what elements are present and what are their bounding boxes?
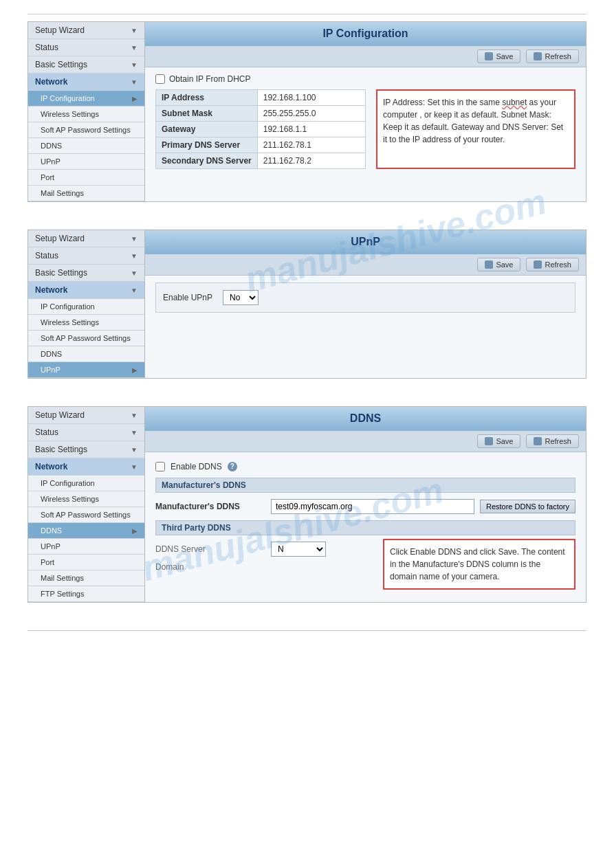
field-label: Gateway bbox=[156, 122, 258, 137]
sidebar-item-ip-configuration[interactable]: IP Configuration bbox=[28, 299, 144, 315]
arrow-icon: ▼ bbox=[131, 27, 138, 34]
arrow-icon: ▼ bbox=[131, 61, 138, 69]
sidebar-item-soft-ap[interactable]: Soft AP Password Settings bbox=[28, 331, 144, 346]
table-row: Secondary DNS Server 211.162.78.2 bbox=[156, 153, 366, 169]
arrow-icon: ▼ bbox=[131, 78, 138, 86]
sidebar-item-status[interactable]: Status ▼ bbox=[28, 39, 144, 56]
refresh-button[interactable]: Refresh bbox=[526, 258, 579, 271]
ip-config-panel: Setup Wizard ▼ Status ▼ Basic Settings ▼… bbox=[28, 21, 586, 202]
dhcp-checkbox[interactable] bbox=[155, 74, 165, 84]
sidebar-item-port[interactable]: Port bbox=[28, 555, 144, 570]
sidebar-item-setup-wizard[interactable]: Setup Wizard ▼ bbox=[28, 22, 144, 39]
save-button[interactable]: Save bbox=[477, 258, 520, 271]
sidebar-item-ip-configuration[interactable]: IP Configuration ▶ bbox=[28, 91, 144, 107]
refresh-icon bbox=[534, 52, 542, 60]
table-row: Primary DNS Server 211.162.78.1 bbox=[156, 137, 366, 153]
upnp-content: Enable UPnP No Yes bbox=[145, 276, 586, 320]
arrow-icon: ▼ bbox=[131, 446, 138, 454]
field-label: Primary DNS Server bbox=[156, 137, 258, 153]
active-arrow-icon: ▶ bbox=[132, 366, 138, 374]
upnp-toolbar: Save Refresh bbox=[145, 254, 586, 276]
sidebar-item-wireless-settings[interactable]: Wireless Settings bbox=[28, 107, 144, 122]
sidebar-item-upnp-active[interactable]: UPnP ▶ bbox=[28, 362, 144, 378]
enable-ddns-row: Enable DDNS ? bbox=[155, 459, 575, 474]
ddns-third-party-area: DDNS Server N Domain Click Enable DDNS a… bbox=[155, 539, 575, 590]
sidebar-item-network[interactable]: Network ▼ bbox=[28, 282, 144, 299]
save-button[interactable]: Save bbox=[477, 49, 520, 63]
sidebar-item-status[interactable]: Status ▼ bbox=[28, 247, 144, 265]
ddns-server-select[interactable]: N bbox=[271, 542, 326, 557]
ddns-title: DDNS bbox=[145, 407, 586, 431]
enable-upnp-select[interactable]: No Yes bbox=[223, 290, 259, 305]
info-icon: ? bbox=[228, 462, 237, 471]
sidebar-item-wireless-settings[interactable]: Wireless Settings bbox=[28, 315, 144, 331]
ddns-sidebar: Setup Wizard ▼ Status ▼ Basic Settings ▼… bbox=[28, 407, 145, 602]
manufacturers-ddns-input[interactable] bbox=[271, 499, 474, 514]
sidebar-item-setup-wizard[interactable]: Setup Wizard ▼ bbox=[28, 230, 144, 247]
sidebar-item-status[interactable]: Status ▼ bbox=[28, 424, 144, 441]
sidebar-item-basic-settings[interactable]: Basic Settings ▼ bbox=[28, 56, 144, 74]
sidebar-item-ip-configuration[interactable]: IP Configuration bbox=[28, 476, 144, 491]
ip-config-content: Obtain IP From DHCP IP Address 192.168.1… bbox=[145, 67, 586, 176]
sidebar-item-mail-settings[interactable]: Mail Settings bbox=[28, 186, 144, 201]
sidebar-item-mail-settings[interactable]: Mail Settings bbox=[28, 570, 144, 586]
refresh-icon bbox=[534, 437, 542, 445]
sidebar-item-ftp-settings[interactable]: FTP Settings bbox=[28, 586, 144, 602]
arrow-icon: ▼ bbox=[131, 252, 138, 260]
sidebar-item-port[interactable]: Port bbox=[28, 170, 144, 186]
sidebar-item-ddns[interactable]: DDNS bbox=[28, 346, 144, 362]
save-icon bbox=[485, 260, 493, 269]
sidebar-item-upnp[interactable]: UPnP bbox=[28, 539, 144, 555]
sidebar-item-basic-settings[interactable]: Basic Settings ▼ bbox=[28, 265, 144, 282]
sidebar-item-basic-settings[interactable]: Basic Settings ▼ bbox=[28, 441, 144, 458]
manufacturers-ddns-label: Manufacturer's DDNS bbox=[155, 502, 265, 511]
upnp-title: UPnP bbox=[145, 230, 586, 254]
sidebar-item-wireless-settings[interactable]: Wireless Settings bbox=[28, 491, 144, 507]
ip-config-title: IP Configuration bbox=[145, 22, 586, 46]
save-icon bbox=[485, 52, 493, 60]
sidebar-item-network[interactable]: Network ▼ bbox=[28, 74, 144, 91]
enable-ddns-checkbox[interactable] bbox=[155, 462, 165, 471]
sidebar-item-upnp[interactable]: UPnP bbox=[28, 154, 144, 170]
field-label: Subnet Mask bbox=[156, 106, 258, 122]
sidebar-item-setup-wizard[interactable]: Setup Wizard ▼ bbox=[28, 407, 144, 424]
ddns-domain-row: Domain bbox=[155, 559, 373, 575]
ddns-third-party-fields: DDNS Server N Domain bbox=[155, 539, 373, 590]
ip-config-main: IP Configuration Save Refresh Obtain IP … bbox=[145, 22, 586, 201]
field-value: 192.168.1.100 bbox=[257, 90, 365, 106]
ip-fields-table: IP Address 192.168.1.100 Subnet Mask 255… bbox=[155, 89, 366, 169]
field-label: Secondary DNS Server bbox=[156, 153, 258, 169]
save-button[interactable]: Save bbox=[477, 434, 520, 448]
upnp-panel: Setup Wizard ▼ Status ▼ Basic Settings ▼… bbox=[28, 230, 586, 379]
save-icon bbox=[485, 437, 493, 445]
ddns-toolbar: Save Refresh bbox=[145, 431, 586, 452]
sidebar-item-soft-ap[interactable]: Soft AP Password Settings bbox=[28, 122, 144, 138]
active-arrow-icon: ▶ bbox=[132, 95, 138, 102]
ddns-server-label: DDNS Server bbox=[155, 544, 265, 554]
field-value: 192.168.1.1 bbox=[257, 122, 365, 137]
restore-ddns-button[interactable]: Restore DDNS to factory bbox=[480, 500, 575, 513]
upnp-sidebar: Setup Wizard ▼ Status ▼ Basic Settings ▼… bbox=[28, 230, 145, 378]
sidebar-item-ddns-active[interactable]: DDNS ▶ bbox=[28, 523, 144, 539]
arrow-icon: ▼ bbox=[131, 463, 138, 471]
ddns-content: Enable DDNS ? Manufacturer's DDNS Manufa… bbox=[145, 452, 586, 597]
manufacturers-ddns-row: Manufacturer's DDNS Restore DDNS to fact… bbox=[155, 496, 575, 517]
arrow-icon: ▼ bbox=[131, 429, 138, 436]
arrow-icon: ▼ bbox=[131, 269, 138, 277]
ddns-main: DDNS Save Refresh Enable DDNS ? bbox=[145, 407, 586, 602]
ddns-tooltip: Click Enable DDNS and click Save. The co… bbox=[383, 539, 575, 590]
enable-ddns-label: Enable DDNS bbox=[171, 462, 222, 471]
dhcp-row: Obtain IP From DHCP bbox=[155, 74, 575, 84]
refresh-icon bbox=[534, 260, 542, 269]
field-value: 211.162.78.2 bbox=[257, 153, 365, 169]
manufacturers-section-header: Manufacturer's DDNS bbox=[155, 478, 575, 493]
refresh-button[interactable]: Refresh bbox=[526, 434, 579, 448]
arrow-icon: ▼ bbox=[131, 412, 138, 419]
sidebar-item-soft-ap[interactable]: Soft AP Password Settings bbox=[28, 507, 144, 523]
ddns-server-row: DDNS Server N bbox=[155, 539, 373, 559]
subnet-text: subnet bbox=[502, 98, 527, 107]
sidebar-item-ddns[interactable]: DDNS bbox=[28, 138, 144, 154]
upnp-main: UPnP Save Refresh Enable UPnP No Yes bbox=[145, 230, 586, 378]
sidebar-item-network[interactable]: Network ▼ bbox=[28, 458, 144, 476]
refresh-button[interactable]: Refresh bbox=[526, 49, 579, 63]
